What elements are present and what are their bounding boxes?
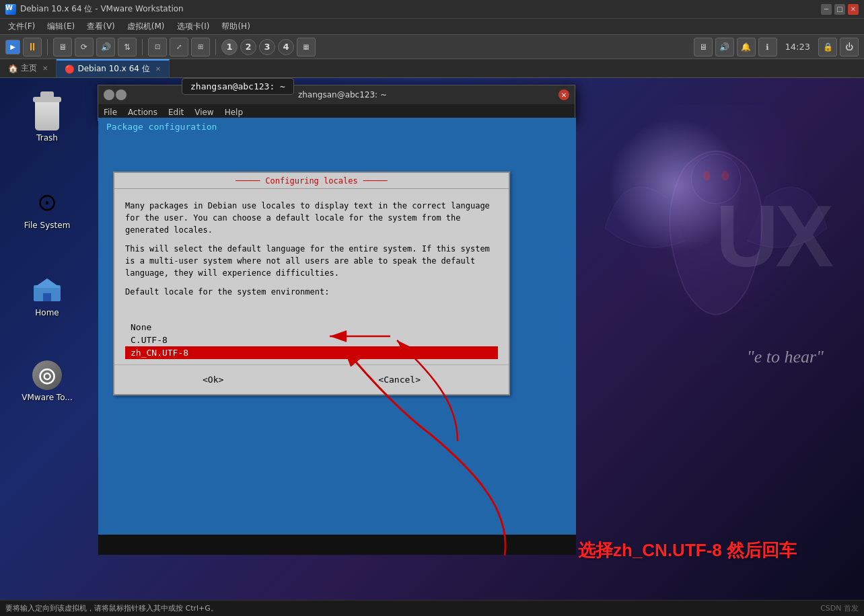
tab-home-close[interactable]: ✕	[42, 65, 48, 72]
svg-point-1	[691, 154, 740, 203]
toolbar-num-3[interactable]: 3	[259, 39, 275, 55]
trash-label: Trash	[36, 133, 58, 143]
toolbar-audio-btn[interactable]: 🔊	[96, 38, 115, 56]
toolbar-usb-btn[interactable]: ⇅	[118, 38, 137, 56]
svg-point-3	[721, 171, 729, 181]
terminal-controls-left	[104, 89, 127, 100]
toolbar-display-btn[interactable]: 🖥	[694, 38, 713, 56]
toolbar-notif-btn[interactable]: 🔔	[737, 38, 756, 56]
tab-debian-close[interactable]: ✕	[155, 65, 161, 73]
svg-rect-6	[43, 293, 51, 301]
vmware-titlebar: W Debian 10.x 64 位 - VMware Workstation …	[0, 0, 864, 19]
locale-list: None C.UTF-8 zh_CN.UTF-8	[125, 321, 498, 359]
vmware-tabbar: 🏠 主页 ✕ 🔴 Debian 10.x 64 位 ✕	[0, 59, 864, 78]
toolbar-sep-2	[142, 39, 143, 55]
toolbar-scale-btn[interactable]: ⊞	[191, 38, 210, 56]
vmware-menubar: 文件(F) 编辑(E) 查看(V) 虚拟机(M) 选项卡(I) 帮助(H)	[0, 19, 864, 35]
pkg-config-area: Package configuration ───── Configuring …	[98, 118, 576, 555]
locale-option-zhcn[interactable]: zh_CN.UTF-8	[125, 346, 498, 359]
locales-dialog: ───── Configuring locales ───── Many pac…	[113, 171, 510, 395]
tab-debian[interactable]: 🔴 Debian 10.x 64 位 ✕	[57, 59, 170, 77]
vmware-title: Debian 10.x 64 位 - VMware Workstation	[20, 3, 184, 15]
toolbar-sep-3	[215, 39, 216, 55]
vm-desktop[interactable]: UX "e to hear" Trash ⊙ File System	[0, 78, 864, 616]
term-menu-file[interactable]: File	[104, 108, 117, 117]
toolbar-num-2[interactable]: 2	[240, 39, 256, 55]
locales-title-dash-left: ─────	[236, 176, 260, 186]
toolbar-power-btn[interactable]: ⏻	[840, 38, 859, 56]
locales-cancel-button[interactable]: <Cancel>	[373, 373, 426, 386]
desktop-icon-trash[interactable]: Trash	[20, 98, 74, 143]
locales-title-dash-right: ─────	[363, 176, 388, 186]
toolbar-fit-btn[interactable]: ⊡	[148, 38, 167, 56]
trash-icon	[31, 98, 63, 130]
locales-para2: This will select the default language fo…	[125, 243, 498, 279]
toolbar-pause-btn[interactable]: ⏸	[23, 38, 42, 56]
toolbar-network-btn[interactable]: ⟳	[75, 38, 94, 56]
locales-titlebar: ───── Configuring locales ─────	[114, 173, 509, 189]
terminal-close[interactable]: ✕	[559, 89, 569, 100]
locales-title: Configuring locales	[265, 176, 357, 186]
minimize-button[interactable]: ─	[821, 4, 832, 15]
desktop-icon-filesystem[interactable]: ⊙ File System	[20, 186, 74, 230]
toolbar-sep-1	[47, 39, 48, 55]
home-folder-icon	[31, 273, 63, 305]
csdn-watermark: CSDN 首发	[820, 603, 859, 613]
menu-help[interactable]: 帮助(H)	[216, 20, 255, 34]
terminal-bottom-bar	[98, 535, 576, 555]
close-button[interactable]: ✕	[848, 4, 859, 15]
locales-listarea: None C.UTF-8 zh_CN.UTF-8	[114, 315, 509, 364]
term-menu-view[interactable]: View	[194, 108, 213, 117]
filesystem-icon: ⊙	[31, 186, 63, 218]
terminal-titlebar: zhangsan@abc123: ~ ✕	[98, 85, 575, 104]
vmware-app-icon: W	[5, 4, 16, 15]
menu-file[interactable]: 文件(F)	[3, 20, 40, 34]
toolbar-vm-btn[interactable]: 🖥	[53, 38, 72, 56]
terminal-window: zhangsan@abc123: ~ ✕ File Actions Edit V…	[98, 85, 575, 121]
home-folder-svg	[32, 276, 62, 303]
locales-body: Many packages in Debian use locales to d…	[114, 189, 509, 315]
locales-ok-button[interactable]: <Ok>	[197, 373, 229, 386]
toolbar-full-btn[interactable]: ⤢	[170, 38, 188, 56]
kali-dragon-art	[581, 105, 851, 475]
toolbar-btn-1[interactable]: ▶	[5, 40, 20, 54]
term-menu-actions[interactable]: Actions	[128, 108, 157, 117]
desktop-icon-vmware[interactable]: ⊚ VMware To...	[20, 360, 74, 402]
locale-option-cutf8[interactable]: C.UTF-8	[125, 334, 498, 346]
status-hint: 要将输入定向到该虚拟机，请将鼠标指针移入其中或按 Ctrl+G。	[5, 603, 218, 613]
debian-icon: 🔴	[65, 65, 75, 74]
menu-edit[interactable]: 编辑(E)	[42, 20, 80, 34]
toolbar-clock: 14:23	[785, 42, 810, 52]
maximize-button[interactable]: □	[834, 4, 845, 15]
toolbar-num-1[interactable]: 1	[221, 39, 238, 55]
desktop-icon-home[interactable]: Home	[20, 273, 74, 317]
vmware-window-controls: ─ □ ✕	[821, 4, 859, 15]
pkg-config-header: Package configuration	[98, 118, 576, 136]
locales-buttons: <Ok> <Cancel>	[114, 364, 509, 394]
home-label: Home	[35, 308, 59, 317]
locales-para1: Many packages in Debian use locales to d…	[125, 200, 498, 236]
toolbar-info-btn[interactable]: ℹ	[758, 38, 777, 56]
term-menu-edit[interactable]: Edit	[168, 108, 184, 117]
annotation-text: 选择zh_CN.UTF-8 然后回车	[578, 539, 797, 562]
vmware-titlebar-left: W Debian 10.x 64 位 - VMware Workstation	[5, 3, 184, 15]
toolbar-screen-btn[interactable]: ▦	[297, 38, 316, 56]
tab-home[interactable]: 🏠 主页 ✕	[0, 59, 57, 77]
toolbar-num-4[interactable]: 4	[278, 39, 294, 55]
menu-view[interactable]: 查看(V)	[81, 20, 120, 34]
tab-debian-label: Debian 10.x 64 位	[77, 63, 149, 75]
svg-point-2	[703, 171, 711, 181]
status-bar: 要将输入定向到该虚拟机，请将鼠标指针移入其中或按 Ctrl+G。 CSDN 首发	[0, 600, 864, 616]
filesystem-label: File System	[24, 221, 71, 230]
home-icon: 🏠	[8, 64, 18, 73]
toolbar-lock-btn[interactable]: 🔒	[818, 38, 837, 56]
locales-para3: Default locale for the system environmen…	[125, 286, 498, 298]
menu-tab[interactable]: 选项卡(I)	[172, 20, 215, 34]
menu-vm[interactable]: 虚拟机(M)	[122, 20, 170, 34]
terminal-maximize[interactable]	[116, 89, 127, 100]
terminal-minimize[interactable]	[104, 89, 114, 100]
locale-option-none[interactable]: None	[125, 321, 498, 334]
toolbar-vol-btn[interactable]: 🔊	[715, 38, 734, 56]
terminal-tooltip-text: zhangsan@abc123: ~	[190, 81, 285, 91]
term-menu-help[interactable]: Help	[225, 108, 243, 117]
